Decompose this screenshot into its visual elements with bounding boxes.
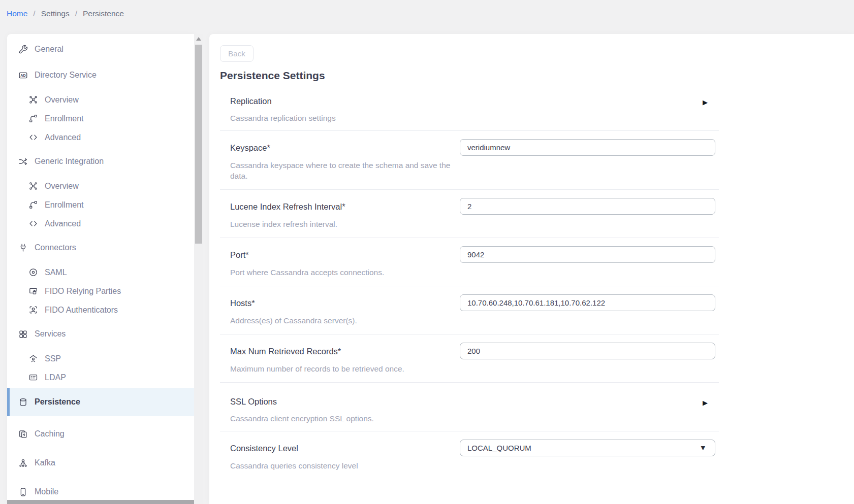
sidebar-item-ds-overview[interactable]: Overview <box>7 90 194 109</box>
replication-description: Cassandra replication settings <box>230 113 460 123</box>
breadcrumb-separator: / <box>75 9 77 18</box>
keyspace-input[interactable] <box>460 139 715 156</box>
scrollbar-thumb[interactable] <box>195 45 202 244</box>
code-icon <box>28 132 38 142</box>
nodes-icon <box>28 95 38 105</box>
plug-icon <box>18 243 28 253</box>
disc-icon <box>28 267 38 277</box>
sidebar-item-persistence[interactable]: Persistence <box>7 388 194 416</box>
sidebar-item-kafka[interactable]: Kafka <box>7 452 194 474</box>
sidebar-item-label: SSP <box>45 354 61 363</box>
screen-lock-icon <box>28 286 38 296</box>
back-button[interactable]: Back <box>220 45 254 62</box>
scrollbar-up-arrow-icon[interactable] <box>196 37 201 42</box>
sidebar-item-fido-relying-parties[interactable]: FIDO Relying Parties <box>7 282 194 300</box>
sidebar-item-saml[interactable]: SAML <box>7 263 194 282</box>
breadcrumb-settings: Settings <box>41 9 70 18</box>
keyspace-description: Cassandra keyspace where to create the s… <box>230 160 460 181</box>
grid-icon <box>18 329 28 339</box>
id-card-icon <box>28 373 38 382</box>
person-home-icon <box>28 354 38 363</box>
ssl-options-label: SSL Options <box>230 396 460 407</box>
consistency-level-label: Consistency Level <box>230 440 460 454</box>
sidebar-item-caching[interactable]: Caching <box>7 423 194 445</box>
phone-icon <box>18 487 28 497</box>
sidebar-item-label: General <box>35 45 64 54</box>
consistency-level-value: LOCAL_QUORUM <box>467 444 531 452</box>
caret-down-icon: ▼ <box>701 445 705 451</box>
hosts-label: Hosts* <box>230 294 460 309</box>
page-title: Persistence Settings <box>220 69 854 82</box>
breadcrumb: Home / Settings / Persistence <box>7 9 124 18</box>
ad-badge-icon: AD <box>18 71 28 80</box>
expand-arrow-icon[interactable]: ▶ <box>703 99 708 106</box>
sidebar-item-label: Enrollment <box>45 200 83 210</box>
sidebar-item-label: FIDO Relying Parties <box>45 287 121 296</box>
ssl-options-description: Cassandra client encryption SSL options. <box>230 413 460 424</box>
row-port: Port* Port where Cassandra accepts conne… <box>220 238 719 286</box>
row-hosts: Hosts* Address(es) of Cassandra server(s… <box>220 286 719 334</box>
lucene-index-refresh-interval-input[interactable] <box>460 198 715 215</box>
person-brackets-icon <box>28 305 38 315</box>
nodes-icon <box>28 181 38 191</box>
sidebar-item-gi-overview[interactable]: Overview <box>7 177 194 195</box>
sidebar-item-label: Directory Service <box>35 71 97 80</box>
row-keyspace: Keyspace* Cassandra keyspace where to cr… <box>220 131 719 190</box>
settings-sidebar: General AD Directory Service Overview En… <box>7 34 194 504</box>
wrench-icon <box>18 45 28 54</box>
sidebar-item-connectors[interactable]: Connectors <box>7 237 194 259</box>
route-icon <box>28 114 38 123</box>
sidebar-item-label: Overview <box>45 182 79 191</box>
max-num-retrieved-records-description: Maximum number of records to be retrieve… <box>230 363 460 374</box>
persistence-settings-form: Replication Cassandra replication settin… <box>220 82 719 479</box>
port-label: Port* <box>230 246 460 261</box>
sidebar-item-label: Generic Integration <box>35 157 104 166</box>
replication-label: Replication <box>230 95 460 107</box>
sidebar-item-label: Advanced <box>45 133 81 142</box>
sidebar-item-label: Overview <box>45 95 79 105</box>
lucene-index-refresh-interval-description: Lucense index refresh interval. <box>230 219 460 229</box>
sidebar-item-generic-integration[interactable]: Generic Integration <box>7 150 194 173</box>
sidebar-item-gi-enrollment[interactable]: Enrollment <box>7 195 194 214</box>
consistency-level-description: Cassandra queries consistency level <box>230 460 460 471</box>
row-consistency-level: Consistency Level Cassandra queries cons… <box>220 431 719 479</box>
settings-nav: General AD Directory Service Overview En… <box>7 34 194 503</box>
hosts-input[interactable] <box>460 294 715 311</box>
breadcrumb-separator: / <box>33 9 35 18</box>
sidebar-item-services[interactable]: Services <box>7 323 194 345</box>
sidebar-horizontal-scrollbar[interactable] <box>7 500 194 504</box>
row-ssl-options[interactable]: SSL Options Cassandra client encryption … <box>220 383 719 431</box>
network-tree-icon <box>18 458 28 468</box>
sidebar-item-label: Kafka <box>35 458 55 467</box>
sidebar-item-ds-enrollment[interactable]: Enrollment <box>7 109 194 128</box>
sidebar-item-fido-authenticators[interactable]: FIDO Authenticators <box>7 300 194 319</box>
cache-copy-icon <box>18 429 28 439</box>
expand-arrow-icon[interactable]: ▶ <box>703 399 708 406</box>
database-icon <box>18 397 28 407</box>
max-num-retrieved-records-input[interactable] <box>460 343 715 359</box>
lucene-index-refresh-interval-label: Lucene Index Refresh Interval* <box>230 198 460 213</box>
sidebar-item-directory-service[interactable]: AD Directory Service <box>7 64 194 86</box>
sidebar-vertical-scrollbar[interactable] <box>194 34 203 504</box>
sidebar-item-ssp[interactable]: SSP <box>7 349 194 368</box>
port-input[interactable] <box>460 246 715 263</box>
row-max-num-retrieved-records: Max Num Retrieved Records* Maximum numbe… <box>220 334 719 383</box>
sidebar-item-general[interactable]: General <box>7 38 194 60</box>
sidebar-item-ds-advanced[interactable]: Advanced <box>7 128 194 147</box>
breadcrumb-home-link[interactable]: Home <box>7 9 27 18</box>
consistency-level-select[interactable]: LOCAL_QUORUM ▼ <box>460 440 715 456</box>
route-icon <box>28 200 38 210</box>
sidebar-item-ldap[interactable]: LDAP <box>7 368 194 387</box>
keyspace-label: Keyspace* <box>230 139 460 154</box>
shuffle-icon <box>18 157 28 166</box>
sidebar-item-label: Persistence <box>35 397 80 407</box>
code-icon <box>28 219 38 228</box>
sidebar-item-label: LDAP <box>45 373 66 382</box>
sidebar-item-gi-advanced[interactable]: Advanced <box>7 214 194 233</box>
port-description: Port where Cassandra accepts connections… <box>230 267 460 278</box>
hosts-description: Address(es) of Cassandra server(s). <box>230 315 460 326</box>
sidebar-item-label: Advanced <box>45 219 81 228</box>
row-replication[interactable]: Replication Cassandra replication settin… <box>220 82 719 131</box>
sidebar-item-label: FIDO Authenticators <box>45 306 118 315</box>
sidebar-item-label: Caching <box>35 429 65 439</box>
